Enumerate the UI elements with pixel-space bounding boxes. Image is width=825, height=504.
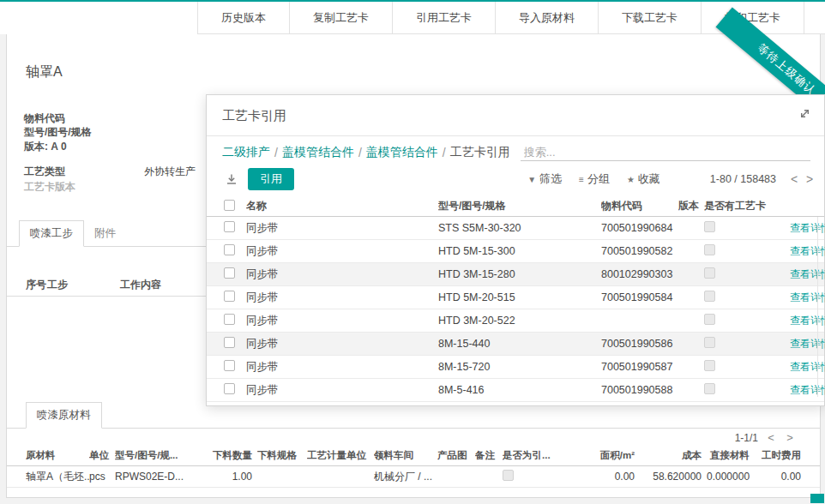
breadcrumb-separator: /	[438, 146, 450, 159]
material-spec: RPWS02E-D...	[115, 471, 202, 483]
reference-process-card-button[interactable]: 引用工艺卡	[392, 2, 495, 33]
view-details-link[interactable]: 查看详情	[790, 337, 825, 351]
reference-button[interactable]: 引用	[248, 168, 294, 190]
tab-paint-materials[interactable]: 喷漆原材料	[26, 402, 102, 429]
table-row[interactable]: 同步带 8M-15-720 700501990587 查看详情	[207, 356, 824, 379]
breadcrumb-item-2[interactable]: 盖模管结合件	[282, 145, 354, 160]
steps-col-content: 工作内容	[120, 278, 161, 292]
download-process-card-button[interactable]: 下载工艺卡	[598, 2, 701, 33]
view-details-link[interactable]: 查看详情	[790, 383, 825, 398]
toolbar-spacer	[0, 2, 197, 34]
view-details-link[interactable]: 查看详情	[790, 314, 825, 328]
materials-pagination-range: 1-1/1	[735, 432, 758, 444]
materials-prev-page-icon[interactable]: <	[765, 431, 777, 444]
tab-attachments[interactable]: 附件	[84, 221, 126, 246]
row-name: 同步带	[246, 291, 438, 305]
row-name: 同步带	[246, 267, 438, 282]
has-card-checkbox	[704, 360, 715, 371]
form-tabs: 喷漆工步 附件	[7, 221, 206, 247]
tab-paint-steps[interactable]: 喷漆工步	[19, 220, 84, 247]
breadcrumb-item-3[interactable]: 盖模管结合件	[366, 145, 438, 160]
view-details-link[interactable]: 查看详情	[790, 221, 825, 236]
dialog-controls: 引用 ▼ 筛选 ≡ 分组 ★ 收藏 1-80 / 158483 < >	[207, 164, 824, 196]
material-code-label: 物料代码	[24, 111, 65, 126]
row-spec: HTD 5M-20-515	[438, 291, 601, 303]
select-all-checkbox[interactable]	[224, 200, 235, 211]
col-cut-spec: 下料规格	[257, 449, 307, 462]
favorite-button[interactable]: ★ 收藏	[627, 171, 660, 187]
material-direct: 0.000000	[707, 471, 755, 483]
col-name: 名称	[246, 199, 438, 213]
materials-next-page-icon[interactable]: >	[784, 431, 796, 444]
pagination-range: 1-80 / 158483	[710, 173, 776, 185]
table-row[interactable]: 同步带 8M-15-440 700501990586 查看详情	[207, 333, 824, 356]
row-checkbox[interactable]	[224, 244, 235, 255]
col-spec: 型号/图号/规格	[438, 199, 601, 213]
has-card-checkbox	[704, 221, 715, 232]
materials-tabs: 喷漆原材料	[7, 405, 820, 429]
table-row[interactable]: 同步带 HTD 3M-15-280 800102990303 查看详情	[207, 263, 824, 286]
next-page-icon[interactable]: >	[802, 172, 817, 186]
has-card-checkbox	[704, 267, 715, 279]
row-name: 同步带	[246, 314, 438, 328]
process-type-label: 工艺类型	[24, 165, 65, 179]
favorite-label: 收藏	[638, 171, 660, 187]
import-raw-material-button[interactable]: 导入原材料	[495, 2, 598, 33]
table-row[interactable]: 同步带 STS S5M-30-320 700501990684 查看详情	[207, 217, 824, 240]
materials-header-row: 原材料 单位 型号/图号/规... 下料数量 下料规格 工艺计量单位 领料车间 …	[7, 446, 820, 466]
col-area: 面积/m²	[552, 449, 640, 462]
row-checkbox[interactable]	[224, 383, 235, 394]
has-card-checkbox	[704, 314, 715, 325]
toolbar: 历史版本 复制工艺卡 引用工艺卡 导入原材料 下载工艺卡 打印工艺卡	[0, 2, 825, 34]
table-row[interactable]: 同步带 HTD 5M-15-300 700501990582 查看详情	[207, 240, 824, 263]
col-code: 物料代码	[601, 199, 678, 213]
group-label: 分组	[587, 171, 610, 187]
row-name: 同步带	[246, 337, 438, 351]
row-spec: HTD 5M-15-300	[438, 245, 601, 257]
row-spec: 8M-15-440	[438, 338, 601, 350]
scrollbar-thumb[interactable]	[810, 494, 824, 503]
table-row[interactable]: 同步带 HTD 5M-20-515 700501990584 查看详情	[207, 286, 824, 309]
breadcrumb-item-current: 工艺卡引用	[450, 145, 510, 160]
has-card-checkbox	[704, 337, 715, 348]
row-checkbox[interactable]	[224, 337, 235, 348]
table-row[interactable]: 同步带 8M-5-416 700501990588 查看详情	[207, 379, 824, 402]
copy-process-card-button[interactable]: 复制工艺卡	[289, 2, 392, 33]
expand-icon[interactable]	[799, 107, 810, 123]
group-button[interactable]: ≡ 分组	[579, 171, 610, 187]
materials-row[interactable]: 轴罩A（毛坯... pcs RPWS02E-D... 1.00 机械分厂 / .…	[7, 466, 820, 488]
row-checkbox[interactable]	[224, 221, 235, 232]
col-cut-qty: 下料数量	[202, 449, 257, 462]
view-details-link[interactable]: 查看详情	[790, 291, 825, 305]
table-header-row: 名称 型号/图号/规格 物料代码 版本 是否有工艺卡	[207, 196, 824, 217]
process-type-value: 外协转生产	[144, 165, 196, 179]
steps-col-seq: 序号	[26, 278, 47, 292]
view-details-link[interactable]: 查看详情	[790, 267, 825, 282]
star-icon: ★	[627, 175, 635, 184]
table-row[interactable]: 同步带 HTD 3M-20-522 查看详情	[207, 309, 824, 333]
row-checkbox[interactable]	[224, 360, 235, 371]
col-product-image: 产品图	[437, 449, 475, 462]
search-input[interactable]	[521, 144, 810, 161]
col-unit: 单位	[89, 449, 115, 462]
row-checkbox[interactable]	[224, 291, 235, 302]
download-icon[interactable]	[222, 171, 241, 187]
prev-page-icon[interactable]: <	[786, 172, 802, 186]
material-area: 0.00	[552, 471, 640, 483]
row-checkbox[interactable]	[224, 267, 235, 279]
view-details-link[interactable]: 查看详情	[790, 244, 825, 259]
filter-label: 筛选	[539, 171, 562, 187]
reference-table: 名称 型号/图号/规格 物料代码 版本 是否有工艺卡 同步带 STS S5M-3…	[207, 196, 824, 402]
view-details-link[interactable]: 查看详情	[790, 360, 825, 375]
filter-button[interactable]: ▼ 筛选	[527, 171, 562, 187]
row-name: 同步带	[246, 221, 438, 236]
row-checkbox[interactable]	[224, 314, 235, 325]
modal-scrollbar[interactable]	[817, 217, 818, 397]
col-cost: 成本	[640, 449, 707, 462]
row-code: 700501990584	[601, 291, 678, 303]
breadcrumb-item-1[interactable]: 二级排产	[222, 145, 270, 160]
history-version-button[interactable]: 历史版本	[197, 2, 289, 33]
col-labor-cost: 工时费用	[755, 449, 806, 462]
row-code: 700501990582	[601, 245, 678, 257]
group-icon: ≡	[579, 175, 584, 184]
